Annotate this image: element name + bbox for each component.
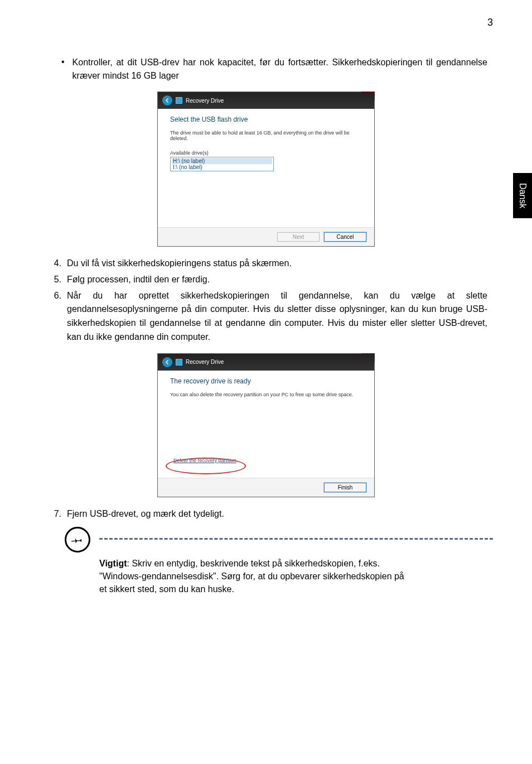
step-text: Du vil få vist sikkerhedskopieringens st… xyxy=(67,257,487,271)
dialog-description: The drive must be able to hold at least … xyxy=(170,130,362,141)
dialog-title: Recovery Drive xyxy=(186,359,224,365)
step-number: 4. xyxy=(50,257,61,271)
note-label: Vigtigt xyxy=(99,559,127,568)
dialog-title-bar: Recovery Drive xyxy=(158,92,374,109)
recovery-drive-dialog-ready: x Recovery Drive The recovery drive is r… xyxy=(157,353,375,497)
app-icon xyxy=(176,97,182,104)
dialog-description: You can also delete the recovery partiti… xyxy=(170,392,362,397)
drive-list[interactable]: H:\ (no label) I:\ (no label) xyxy=(170,157,274,171)
dialog-title: Recovery Drive xyxy=(186,98,224,104)
step-7: 7. Fjern USB-drevet, og mærk det tydelig… xyxy=(50,507,487,521)
recovery-drive-dialog-select: x Recovery Drive Select the USB flash dr… xyxy=(157,92,375,247)
app-icon xyxy=(176,359,182,366)
step-number: 6. xyxy=(50,289,61,344)
bullet-text: Kontroller, at dit USB-drev har nok kapa… xyxy=(72,56,487,83)
cancel-button[interactable]: Cancel xyxy=(324,232,366,242)
step-text: Fjern USB-drevet, og mærk det tydeligt. xyxy=(67,507,487,521)
language-tab: Dansk xyxy=(513,173,532,218)
step-text: Når du har oprettet sikkerhedskopieringe… xyxy=(67,289,487,344)
note-body: : Skriv en entydig, beskrivende tekst på… xyxy=(99,559,404,594)
dashed-divider xyxy=(99,538,493,540)
bullet-marker: • xyxy=(61,56,65,83)
step-6: 6. Når du har oprettet sikkerhedskopieri… xyxy=(50,289,487,344)
step-number: 5. xyxy=(50,273,61,287)
drive-item[interactable]: I:\ (no label) xyxy=(172,164,272,170)
dialog-footer: Finish xyxy=(158,478,374,497)
drive-item-selected[interactable]: H:\ (no label) xyxy=(172,158,272,164)
dialog-heading: Select the USB flash drive xyxy=(170,116,362,123)
dialog-heading: The recovery drive is ready xyxy=(170,377,362,385)
page-number: 3 xyxy=(487,17,493,28)
step-5: 5. Følg processen, indtil den er færdig. xyxy=(50,273,487,287)
dialog-title-bar: Recovery Drive xyxy=(158,354,374,371)
step-text: Følg processen, indtil den er færdig. xyxy=(67,273,487,287)
pin-icon xyxy=(64,526,91,554)
step-4: 4. Du vil få vist sikkerhedskopieringens… xyxy=(50,257,487,271)
delete-recovery-partition-link[interactable]: Delete the recovery partition xyxy=(170,457,240,464)
back-icon[interactable] xyxy=(162,95,172,105)
step-number: 7. xyxy=(50,507,61,521)
back-icon[interactable] xyxy=(162,357,172,367)
finish-button[interactable]: Finish xyxy=(324,483,366,492)
important-note: Vigtigt: Skriv en entydig, beskrivende t… xyxy=(99,557,412,596)
available-drives-label: Available drive(s) xyxy=(170,150,362,156)
next-button[interactable]: Next xyxy=(277,232,320,242)
dialog-footer: Next Cancel xyxy=(158,227,374,246)
